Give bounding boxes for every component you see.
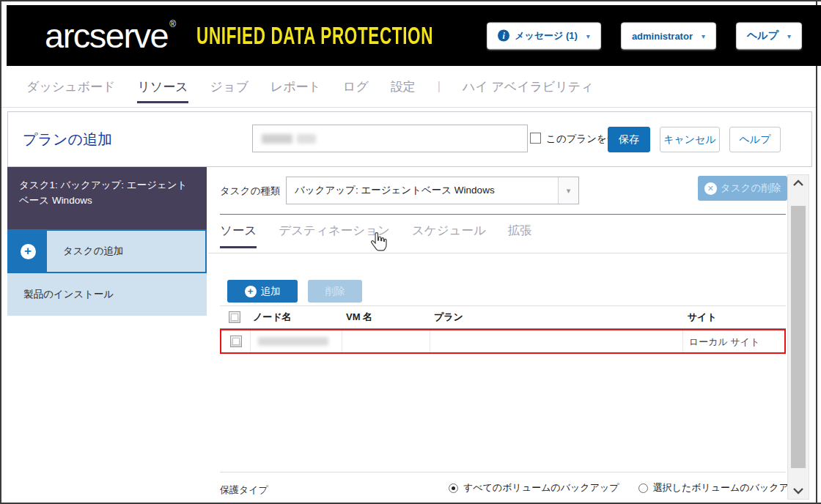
cell-plan: [430, 330, 683, 352]
nav-item-resources[interactable]: リソース: [137, 78, 188, 95]
plan-header-band: プランの追加 このプランを一時停止 保存 キャンセル ヘルプ: [7, 111, 812, 167]
cancel-button[interactable]: キャンセル: [660, 127, 720, 152]
radio-selected-icon: [449, 483, 458, 493]
nav-item-dashboard[interactable]: ダッシュボード: [26, 78, 115, 95]
task-sidebar: タスク1: バックアップ: エージェント ベース Windows + タスクの追…: [7, 167, 207, 316]
brand-header: arcserve ® UNIFIED DATA PROTECTION i メッセ…: [7, 5, 821, 66]
column-header-plan: プラン: [429, 311, 682, 324]
chevron-down-icon: ▾: [586, 32, 590, 40]
nav-item-log[interactable]: ログ: [343, 78, 369, 95]
radio-all-volumes[interactable]: すべてのボリュームのバックアップ: [449, 481, 619, 494]
scrollbar-thumb[interactable]: [791, 206, 806, 468]
window-border-top: [0, 0, 821, 1]
radio-all-volumes-label: すべてのボリュームのバックアップ: [463, 481, 619, 494]
delete-task-label: タスクの削除: [721, 182, 781, 195]
radio-selected-volumes-label: 選択したボリュームのバックアップ: [653, 481, 809, 494]
column-header-node-name: ノード名: [249, 311, 341, 324]
tab-advanced[interactable]: 拡張: [508, 223, 532, 248]
task-type-label: タスクの種類: [220, 185, 280, 198]
task-type-value: バックアップ: エージェントベース Windows: [287, 184, 558, 197]
task-type-select[interactable]: バックアップ: エージェントベース Windows ▾: [286, 177, 579, 204]
protection-type-label: 保護タイプ: [220, 483, 268, 497]
registered-mark: ®: [169, 19, 176, 29]
nav-item-jobs[interactable]: ジョブ: [210, 78, 248, 95]
tab-source[interactable]: ソース: [220, 223, 257, 248]
chevron-down-icon: ▾: [558, 177, 578, 204]
messages-dropdown-button[interactable]: i メッセージ (1) ▾: [487, 22, 601, 49]
scroll-up-arrow[interactable]: [788, 179, 809, 186]
help-dropdown-button[interactable]: ヘルプ ▾: [736, 22, 802, 49]
delete-node-button[interactable]: 削除: [308, 280, 362, 303]
nav-item-reports[interactable]: レポート: [270, 78, 321, 95]
nav-item-settings[interactable]: 設定: [391, 78, 416, 95]
vertical-scrollbar[interactable]: [787, 174, 809, 500]
add-task-label: タスクの追加: [47, 231, 205, 272]
logo-tagline: UNIFIED DATA PROTECTION: [196, 23, 433, 48]
redacted-plan-name: [297, 134, 316, 144]
x-circle-icon: ✕: [704, 182, 717, 195]
radio-selected-volumes[interactable]: 選択したボリュームのバックアップ: [638, 481, 809, 494]
arcserve-logo: arcserve ® UNIFIED DATA PROTECTION: [7, 18, 545, 53]
nodes-table: ノード名 VM 名 プラン サイト ローカル サイト: [220, 305, 786, 472]
plus-circle-icon: +: [21, 244, 36, 259]
plus-circle-icon: +: [245, 286, 257, 297]
column-header-site: サイト: [682, 311, 786, 324]
add-node-button[interactable]: + 追加: [227, 280, 298, 303]
save-button[interactable]: 保存: [608, 127, 650, 152]
pause-plan-checkbox[interactable]: [530, 133, 541, 144]
scroll-down-arrow[interactable]: [788, 488, 809, 494]
window-border-right: [816, 0, 817, 504]
row-checkbox[interactable]: [230, 336, 242, 347]
nav-divider: |: [438, 80, 441, 93]
redacted-plan-name: [262, 134, 292, 144]
add-task-button[interactable]: + タスクの追加: [7, 229, 207, 273]
sidebar-item-task1[interactable]: タスク1: バックアップ: エージェント ベース Windows: [7, 167, 207, 229]
redacted-node-name: [258, 337, 328, 346]
panel-divider: [220, 214, 786, 215]
add-task-icon-cell: +: [9, 231, 47, 272]
plan-name-input[interactable]: [252, 125, 528, 152]
user-dropdown-button[interactable]: administrator ▾: [621, 22, 716, 49]
help-button[interactable]: ヘルプ: [729, 127, 781, 152]
delete-task-button[interactable]: ✕ タスクの削除: [698, 176, 787, 201]
info-icon: i: [498, 30, 509, 42]
radio-unselected-icon: [638, 483, 648, 493]
tabs-underline-divider: [208, 253, 787, 253]
nav-item-high-availability[interactable]: ハイ アベイラビリティ: [463, 78, 594, 95]
protection-type-options: すべてのボリュームのバックアップ 選択したボリュームのバックアップ: [449, 481, 809, 494]
chevron-down-icon: ▾: [702, 32, 705, 40]
cell-vm-name: [342, 330, 430, 352]
help-label: ヘルプ: [747, 29, 778, 42]
column-header-vm-name: VM 名: [341, 311, 429, 324]
cell-site: ローカル サイト: [689, 336, 759, 347]
mouse-cursor: [369, 231, 389, 255]
select-all-checkbox[interactable]: [229, 311, 240, 323]
table-header-row: ノード名 VM 名 プラン サイト: [220, 306, 786, 329]
add-node-label: 追加: [261, 285, 281, 298]
app-window: arcserve ® UNIFIED DATA PROTECTION i メッセ…: [0, 0, 821, 504]
tab-schedule[interactable]: スケジュール: [412, 223, 486, 248]
messages-label: メッセージ (1): [515, 29, 578, 42]
chevron-down-icon: ▾: [787, 32, 791, 40]
logo-wordmark: arcserve: [45, 18, 168, 53]
main-nav: ダッシュボード リソース ジョブ レポート ログ 設定 | ハイ アベイラビリテ…: [1, 66, 816, 108]
table-row[interactable]: ローカル サイト: [220, 329, 786, 354]
sidebar-item-product-install[interactable]: 製品のインストール: [7, 273, 207, 316]
user-label: administrator: [632, 30, 693, 41]
page-title: プランの追加: [23, 130, 112, 149]
